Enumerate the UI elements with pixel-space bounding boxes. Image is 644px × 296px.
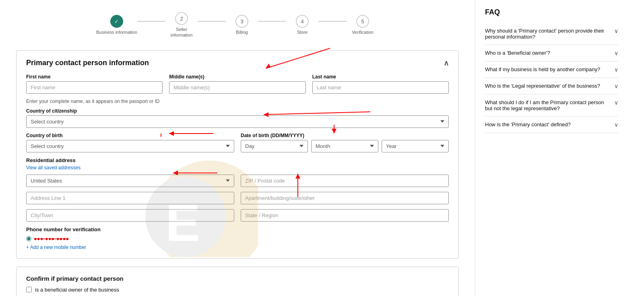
step-1-circle: ✓: [110, 15, 123, 28]
birth-dob-row: Country of birth Select country Date of …: [26, 133, 449, 152]
faq-question-3: What if my business is held by another c…: [485, 66, 614, 72]
city-group: [26, 209, 234, 222]
middle-name-label: Middle name(s): [169, 74, 305, 80]
faq-item-3[interactable]: What if my business is held by another c…: [485, 62, 618, 78]
zip-group: [241, 175, 449, 187]
address1-input[interactable]: [26, 192, 234, 204]
faq-question-2: Who is a 'Beneficial owner'?: [485, 50, 614, 56]
confirm-title: Confirm if primary contact person: [26, 275, 449, 282]
faq-item-2[interactable]: Who is a 'Beneficial owner'? ∨: [485, 45, 618, 62]
phone-masked-value: ●●●-●●●-●●●●: [34, 236, 69, 242]
step-4-label: Store: [297, 29, 308, 35]
beneficial-owner-checkbox[interactable]: [26, 287, 32, 292]
address-row: [26, 192, 449, 204]
city-state-row: [26, 209, 449, 222]
step-connector-4: [318, 21, 347, 22]
faq-question-1: Why should a 'Primary contact' person pr…: [485, 28, 614, 40]
step-2: 2 Sellerinformation: [165, 12, 198, 38]
step-2-circle: 2: [175, 12, 188, 25]
faq-arrow-6: ∨: [614, 121, 618, 128]
citizenship-group: Country of citizenship Select country: [26, 108, 449, 128]
faq-question-5: What should I do if I am the Primary con…: [485, 99, 614, 111]
step-3-circle: 3: [235, 15, 248, 28]
phone-radio[interactable]: [26, 236, 31, 241]
zip-input[interactable]: [241, 175, 449, 187]
phone-section: Phone number for verification ●●●-●●●-●●…: [26, 226, 449, 250]
step-1: ✓ Business information: [96, 15, 137, 35]
dob-day-select[interactable]: Day: [241, 140, 308, 152]
city-input[interactable]: [26, 209, 234, 222]
phone-label: Phone number for verification: [26, 226, 449, 232]
phone-radio-row: ●●●-●●●-●●●●: [26, 236, 449, 242]
faq-arrow-4: ∨: [614, 83, 618, 89]
dob-year-select[interactable]: Year: [382, 140, 449, 152]
beneficial-owner-label: is a beneficial owner of the business: [35, 287, 119, 293]
birth-country-select[interactable]: Select country: [26, 140, 234, 152]
step-5-circle: 5: [356, 15, 369, 28]
dob-month-select[interactable]: Month: [311, 140, 378, 152]
step-5: 5 Verification: [347, 15, 379, 35]
last-name-input[interactable]: [312, 81, 449, 94]
state-input[interactable]: [241, 209, 449, 222]
faq-item-4[interactable]: Who is the 'Legal representative' of the…: [485, 78, 618, 95]
country-select-group: United States: [26, 175, 234, 187]
step-2-label: Sellerinformation: [171, 27, 192, 38]
faq-question-6: How is the 'Primary contact' defined?: [485, 121, 614, 127]
section-title-text: Primary contact person information: [26, 59, 149, 67]
faq-item-1[interactable]: Why should a 'Primary contact' person pr…: [485, 23, 618, 45]
faq-item-6[interactable]: How is the 'Primary contact' defined? ∨: [485, 117, 618, 133]
progress-bar: ✓ Business information 2 Sellerinformati…: [16, 8, 459, 50]
faq-arrow-3: ∨: [614, 66, 618, 73]
first-name-label: First name: [26, 74, 163, 80]
last-name-group: Last name: [312, 74, 449, 94]
birth-country-label: Country of birth: [26, 133, 234, 138]
faq-question-4: Who is the 'Legal representative' of the…: [485, 83, 614, 89]
birth-country-group: Country of birth Select country: [26, 133, 234, 152]
faq-arrow-5: ∨: [614, 99, 618, 106]
residential-address-section: Residential address View all saved addre…: [26, 157, 449, 222]
faq-panel: FAQ Why should a 'Primary contact' perso…: [475, 0, 628, 296]
dob-group: Date of birth (DD/MM/YYYY) Day Month Yea…: [241, 133, 449, 152]
middle-name-group: Middle name(s): [169, 74, 305, 94]
residential-label: Residential address: [26, 157, 449, 163]
step-connector-1: [137, 21, 165, 22]
country-select[interactable]: United States: [26, 175, 234, 187]
step-1-label: Business information: [96, 29, 137, 35]
citizenship-select[interactable]: Select country: [26, 115, 449, 128]
step-5-label: Verification: [352, 29, 374, 35]
add-phone-link[interactable]: + Add a new mobile number: [26, 245, 86, 250]
step-3-label: Billing: [236, 29, 248, 35]
citizenship-label: Country of citizenship: [26, 108, 449, 114]
name-helper-text: Enter your complete name, as it appears …: [26, 99, 449, 104]
name-row: First name Middle name(s) Last name: [26, 74, 449, 94]
state-group: [241, 209, 449, 222]
beneficial-owner-row: is a beneficial owner of the business: [26, 287, 449, 293]
middle-name-input[interactable]: [169, 81, 305, 94]
country-zip-row: United States: [26, 175, 449, 187]
primary-contact-section: Primary contact person information ∧ Fir…: [16, 50, 459, 259]
first-name-input[interactable]: [26, 81, 163, 94]
faq-arrow-2: ∨: [614, 50, 618, 56]
faq-item-5[interactable]: What should I do if I am the Primary con…: [485, 95, 618, 117]
section-title-row: Primary contact person information ∧: [26, 59, 449, 68]
faq-title: FAQ: [485, 8, 618, 16]
step-3: 3 Billing: [226, 15, 258, 35]
faq-arrow-1: ∨: [614, 28, 618, 34]
step-connector-3: [258, 21, 286, 22]
address1-group: [26, 192, 234, 204]
first-name-group: First name: [26, 74, 163, 94]
step-connector-2: [198, 21, 226, 22]
last-name-label: Last name: [312, 74, 449, 80]
view-addresses-link[interactable]: View all saved addresses: [26, 165, 449, 171]
confirm-section: Confirm if primary contact person is a b…: [16, 267, 459, 296]
step-4-circle: 4: [296, 15, 309, 28]
dob-label: Date of birth (DD/MM/YYYY): [241, 133, 449, 138]
collapse-icon[interactable]: ∧: [444, 59, 449, 68]
apt-group: [241, 192, 449, 204]
dob-selects: Day Month Year: [241, 140, 449, 152]
apt-input[interactable]: [241, 192, 449, 204]
step-4: 4 Store: [286, 15, 318, 35]
